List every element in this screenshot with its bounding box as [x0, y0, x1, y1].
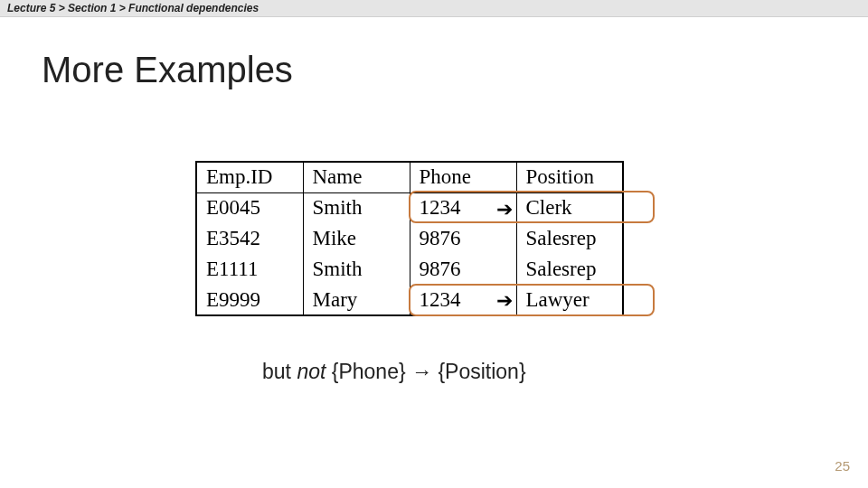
page-title: More Examples [42, 50, 868, 90]
caption-post: {Phone} → {Position} [326, 360, 525, 383]
caption-pre: but [262, 360, 297, 383]
cell-name: Smith [303, 254, 410, 285]
cell-empid: E9999 [196, 285, 303, 315]
table-header-row: Emp.ID Name Phone Position [196, 162, 623, 192]
table-row: E3542 Mike 9876 Salesrep [196, 223, 623, 254]
cell-empid: E3542 [196, 223, 303, 254]
cell-phone: 1234 ➔ [410, 285, 516, 315]
cell-phone-value: 1234 [420, 196, 461, 219]
cell-name: Mike [303, 223, 410, 254]
cell-position: Salesrep [516, 254, 623, 285]
slide-number: 25 [835, 458, 850, 474]
caption-not: not [297, 360, 326, 383]
arrow-icon: ➔ [496, 198, 513, 221]
cell-phone: 1234 ➔ [410, 192, 516, 223]
table-row: E9999 Mary 1234 ➔ Lawyer [196, 285, 623, 315]
cell-phone: 9876 [410, 223, 516, 254]
col-empid: Emp.ID [196, 162, 303, 192]
cell-phone-value: 9876 [420, 258, 461, 280]
col-phone: Phone [410, 162, 516, 192]
cell-name: Mary [303, 285, 410, 315]
cell-empid: E0045 [196, 192, 303, 223]
table-row: E1111 Smith 9876 Salesrep [196, 254, 623, 285]
cell-name: Smith [303, 192, 410, 223]
cell-phone-value: 9876 [420, 227, 461, 249]
breadcrumb: Lecture 5 > Section 1 > Functional depen… [0, 0, 868, 17]
cell-phone-value: 1234 [420, 288, 461, 311]
cell-position: Clerk [516, 192, 623, 223]
breadcrumb-text: Lecture 5 > Section 1 > Functional depen… [7, 2, 259, 14]
arrow-icon: ➔ [496, 289, 513, 313]
cell-position: Salesrep [516, 223, 623, 254]
cell-position: Lawyer [516, 285, 623, 315]
col-name: Name [303, 162, 410, 192]
caption: but not {Phone} → {Position} [262, 360, 526, 384]
cell-empid: E1111 [196, 254, 303, 285]
col-position: Position [516, 162, 623, 192]
cell-phone: 9876 [410, 254, 516, 285]
table-row: E0045 Smith 1234 ➔ Clerk [196, 192, 623, 223]
example-table: Emp.ID Name Phone Position E0045 Smith 1… [195, 161, 624, 316]
